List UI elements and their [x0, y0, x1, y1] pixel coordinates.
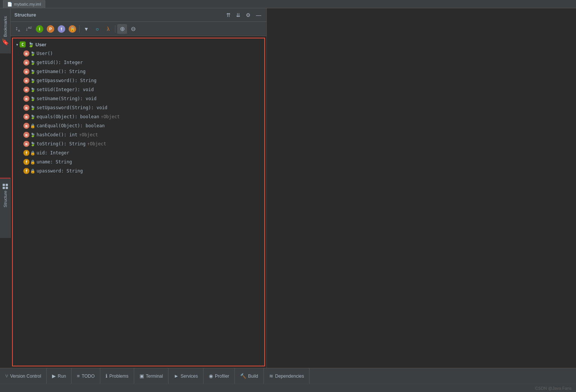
- tree-item-getupassword[interactable]: m 🍃 getUpassword(): String: [13, 76, 264, 85]
- expand-tree-button[interactable]: ⊕: [117, 24, 127, 34]
- tab-todo-label: TODO: [82, 374, 95, 379]
- sort-az-button[interactable]: ↓AZ: [24, 24, 34, 34]
- filter-button[interactable]: ▼: [81, 24, 91, 34]
- field-icon-1: f: [23, 150, 29, 156]
- tab-build[interactable]: 🔨 Build: [235, 368, 264, 384]
- panel-header-icons: ⇈ ⇊ ⚙ —: [225, 11, 263, 19]
- tree-item-canequal[interactable]: m 🔒 canEqual(Object): boolean: [13, 121, 264, 130]
- services-icon: ►: [174, 373, 179, 379]
- field-lock-2: 🔒: [30, 160, 35, 165]
- field-icon-3: f: [23, 168, 29, 174]
- access-green-3: 🍃: [30, 69, 35, 74]
- show-fields-button[interactable]: f: [57, 24, 66, 34]
- method-icon-2: m: [23, 59, 29, 66]
- tree-item-uname-field[interactable]: f 🔒 uname: String: [13, 157, 264, 166]
- bottom-bar: ⑂ Version Control ▶ Run ≡ TODO ℹ Problem…: [0, 368, 576, 384]
- item-text-7: setUpassword(String): void: [37, 105, 107, 110]
- tree-item-uid-field[interactable]: f 🔒 uid: Integer: [13, 148, 264, 157]
- todo-icon: ≡: [77, 373, 80, 379]
- lambda-button[interactable]: λ: [103, 24, 113, 34]
- sort-by-type-button[interactable]: ↕A: [13, 24, 23, 34]
- root-expand-arrow[interactable]: [14, 42, 20, 47]
- structure-sidebar-tab[interactable]: Structure: [0, 178, 11, 238]
- method-icon-7: m: [23, 105, 29, 111]
- collapse-tree-icon: ⊖: [131, 25, 136, 32]
- run-icon: ▶: [52, 373, 56, 379]
- tree-item-setuid[interactable]: m 🍃 setUid(Integer): void: [13, 85, 264, 94]
- field-lock-1: 🔒: [30, 151, 35, 156]
- tree-item-setupassword[interactable]: m 🍃 setUpassword(String): void: [13, 103, 264, 112]
- right-area: [267, 8, 576, 368]
- access-green-10: 🍃: [30, 133, 35, 137]
- collapse-tree-button[interactable]: ⊖: [128, 24, 138, 34]
- method-icon-10: m: [23, 132, 29, 138]
- method-icon-6: m: [23, 96, 29, 102]
- tab-todo[interactable]: ≡ TODO: [72, 368, 100, 384]
- access-green-4: 🍃: [30, 78, 35, 83]
- bookmarks-label: Bookmarks: [3, 16, 8, 37]
- access-green-1: 🍃: [30, 51, 35, 56]
- tab-terminal[interactable]: ▣ Terminal: [134, 368, 169, 384]
- bookmarks-sidebar-tab[interactable]: Bookmarks 🔖: [0, 8, 11, 53]
- bookmark-icon: 🔖: [2, 38, 9, 46]
- item-text-9: canEqual(Object): boolean: [37, 123, 105, 128]
- item-text-2: getUid(): Integer: [37, 60, 83, 65]
- expand-tree-icon: ⊕: [120, 25, 125, 32]
- tab-services-label: Services: [181, 374, 198, 379]
- field-lock-3: 🔒: [30, 169, 35, 174]
- properties-icon: P: [47, 25, 54, 33]
- tree-item-equals[interactable]: m 🍃 equals(Object): boolean ↑Object: [13, 112, 264, 121]
- status-line: CSDN @Java Fans: [0, 384, 576, 392]
- circle-button[interactable]: ○: [92, 24, 102, 34]
- file-tab[interactable]: 📄 mybatic.my.iml: [3, 0, 45, 8]
- show-inherited-button[interactable]: I: [35, 24, 44, 34]
- field-icon-2: f: [23, 159, 29, 165]
- tab-services[interactable]: ► Services: [169, 368, 204, 384]
- tree-item-user-constructor[interactable]: m 🍃 User(): [13, 49, 264, 58]
- item-text-10: hashCode(): int: [37, 132, 77, 137]
- tab-problems-label: Problems: [109, 374, 129, 379]
- structure-label: Structure: [3, 191, 8, 207]
- expand-all-icon[interactable]: ⇈: [225, 11, 232, 19]
- method-icon-3: m: [23, 69, 29, 75]
- method-icon-8: m: [23, 114, 29, 120]
- tab-dependencies-label: Dependencies: [275, 374, 304, 379]
- tab-profiler-label: Profiler: [215, 374, 229, 379]
- access-green-5: 🍃: [30, 87, 35, 92]
- tab-problems[interactable]: ℹ Problems: [100, 368, 134, 384]
- main-area: Bookmarks 🔖 Structure Structure ⇈ ⇊ ⚙ —: [0, 8, 576, 368]
- collapse-all-icon[interactable]: ⇊: [234, 11, 242, 19]
- file-tab-label: mybatic.my.iml: [14, 2, 41, 6]
- tab-profiler[interactable]: ◉ Profiler: [204, 368, 235, 384]
- filter-icon: ▼: [84, 26, 89, 32]
- tree-item-setuname[interactable]: m 🍃 setUname(String): void: [13, 94, 264, 103]
- tab-run-label: Run: [58, 374, 66, 379]
- tab-dependencies[interactable]: ≋ Dependencies: [264, 368, 310, 384]
- show-private-button[interactable]: 🔒: [67, 24, 77, 34]
- item-text-1: User(): [37, 51, 53, 56]
- minimize-icon[interactable]: —: [254, 11, 263, 19]
- tree-item-hashcode[interactable]: m 🍃 hashCode(): int ↑Object: [13, 130, 264, 139]
- tree-item-getuid[interactable]: m 🍃 getUid(): Integer: [13, 58, 264, 67]
- class-c-icon: C: [20, 41, 26, 47]
- item-text-uid: uid: Integer: [37, 150, 69, 156]
- tree-item-getuname[interactable]: m 🍃 getUname(): String: [13, 67, 264, 76]
- tab-terminal-label: Terminal: [146, 374, 163, 379]
- tab-run[interactable]: ▶ Run: [47, 368, 72, 384]
- show-properties-button[interactable]: P: [46, 24, 55, 34]
- tab-version-control-label: Version Control: [10, 374, 41, 379]
- method-icon-5: m: [23, 87, 29, 93]
- tab-version-control[interactable]: ⑂ Version Control: [0, 368, 47, 384]
- tree-item-tostring[interactable]: m 🍃 toString(): String ↑Object: [13, 139, 264, 148]
- sort-type-icon: ↕A: [15, 25, 20, 32]
- panel-header: Structure ⇈ ⇊ ⚙ —: [11, 8, 267, 22]
- item-text-upassword: upassword: String: [37, 168, 83, 174]
- settings-icon[interactable]: ⚙: [244, 11, 252, 19]
- tree-item-upassword-field[interactable]: f 🔒 upassword: String: [13, 166, 264, 175]
- item-text-3: getUname(): String: [37, 69, 86, 74]
- tree-root-user[interactable]: C 🍃 User: [13, 40, 264, 49]
- structure-grid-icon: [3, 184, 8, 189]
- item-text-5: setUid(Integer): void: [37, 87, 94, 92]
- method-icon-9: m: [23, 123, 29, 129]
- file-tab-icon: 📄: [7, 2, 12, 7]
